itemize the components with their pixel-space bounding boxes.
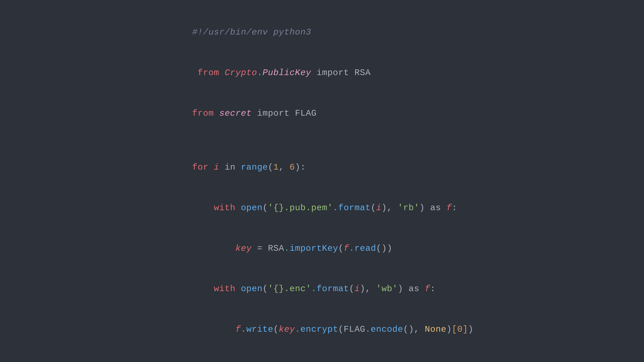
indent-with2 [192,284,214,294]
shebang-comment: #!/usr/bin/env python3 [192,27,311,37]
dot-format-2: . [311,284,316,294]
paren-write-open: ( [273,325,279,334]
var-f-2: f [344,244,349,253]
line-for: for i in range(1, 6): [170,147,474,188]
func-read: read [354,244,376,253]
num-1: 1 [273,162,279,172]
paren-read: () [376,244,387,253]
line-key-assign: key = RSA.importKey(f.read()) [170,228,474,269]
func-open-2: open [241,284,262,294]
num-6: 6 [290,162,295,172]
func-open-1: open [241,203,262,213]
func-format-1: format [338,203,371,213]
func-encrypt: encrypt [300,325,338,334]
dot-encode: . [365,325,371,334]
indent-key [192,244,236,253]
var-key: key [236,244,252,253]
str-enc: '{}.enc' [268,284,311,294]
comma-range: , [279,162,290,172]
code-block: #!/usr/bin/env python3 from Crypto.Publi… [154,0,490,362]
paren-importkey-open: ( [338,244,344,253]
paren-close-2: ) [398,284,403,294]
str-wb: 'wb' [376,284,398,294]
indent-write [192,325,236,334]
line-shebang: #!/usr/bin/env python3 [170,12,474,53]
comma-1: , [387,203,398,213]
var-i-1: i [376,203,381,213]
paren-close-1: ) [419,203,425,213]
var-f-3: f [425,284,430,294]
keyword-from-1: from [192,68,224,78]
paren-write-close: ) [468,325,474,334]
module-secret: secret [219,108,252,118]
colon-with-2: : [430,284,436,294]
keyword-in: in [219,162,241,172]
name-rsa-2: RSA [268,244,284,253]
paren-format-close-2: ) [360,284,365,294]
var-f-1: f [446,203,452,213]
line-import1: from Crypto.PublicKey import RSA [170,53,474,93]
comma-3: , [414,325,425,334]
paren-encrypt-close: ) [446,325,452,334]
paren-open-range: ( [268,162,273,172]
keyword-with-2: with [214,284,241,294]
paren-close-range: ) [295,162,300,172]
name-rsa: RSA [354,68,371,78]
var-key-2: key [279,325,295,334]
keyword-import-2: import [252,108,295,118]
name-flag-2: FLAG [344,325,365,334]
keyword-as-2: as [403,284,425,294]
empty-line-1 [170,134,474,147]
func-format-2: format [317,284,349,294]
paren-format-2: ( [349,284,354,294]
module-crypto: Crypto [225,68,257,78]
paren-encode: () [403,325,414,334]
paren-format-close-1: ) [382,203,387,213]
line-write: f.write(key.encrypt(FLAG.encode(), None)… [170,309,474,350]
colon-with-1: : [452,203,457,213]
op-assign: = [252,244,268,253]
var-i-for: i [214,162,219,172]
keyword-with-1: with [214,203,241,213]
var-i-2: i [354,284,360,294]
paren-format-1: ( [371,203,376,213]
str-rb: 'rb' [398,203,419,213]
paren-open-2: ( [262,284,268,294]
func-range: range [241,162,268,172]
func-write: write [246,325,273,334]
var-f-4: f [236,325,241,334]
paren-open-1: ( [262,203,268,213]
dot-import: . [284,244,290,253]
func-encode: encode [371,325,403,334]
comma-2: , [365,284,376,294]
dot-format-1: . [333,203,338,213]
paren-encrypt-open: ( [338,325,344,334]
paren-importkey-close: ) [387,244,392,253]
keyword-as-1: as [425,203,446,213]
module-publickey: PublicKey [262,68,311,78]
dot-read: . [349,244,354,253]
colon-for: : [300,162,306,172]
keyword-import-1: import [311,68,354,78]
name-flag: FLAG [295,108,317,118]
dot-1: . [257,68,262,78]
str-pub-pem: '{}.pub.pem' [268,203,333,213]
bracket-0: [0] [452,325,468,334]
line-with2: with open('{}.enc'.format(i), 'wb') as f… [170,269,474,309]
keyword-none: None [425,325,446,334]
line-with1: with open('{}.pub.pem'.format(i), 'rb') … [170,188,474,228]
dot-encrypt: . [295,325,300,334]
keyword-for: for [192,162,214,172]
indent-with1 [192,203,214,213]
line-import2: from secret import FLAG [170,93,474,134]
keyword-from-2: from [192,108,219,118]
func-importkey: importKey [290,244,338,253]
dot-write: . [241,325,246,334]
